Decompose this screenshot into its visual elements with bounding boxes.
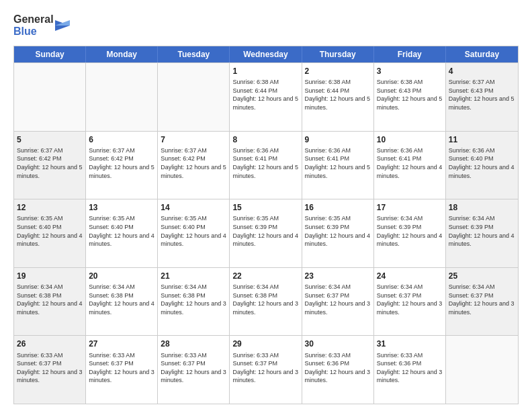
day-number: 25 [449, 271, 515, 281]
logo-text-group: General Blue [13, 13, 54, 37]
day-info: Sunrise: 6:34 AM Sunset: 6:38 PM Dayligh… [232, 283, 298, 316]
day-info: Sunrise: 6:33 AM Sunset: 6:37 PM Dayligh… [17, 351, 83, 385]
calendar-week-3: 12Sunrise: 6:35 AM Sunset: 6:40 PM Dayli… [14, 199, 518, 267]
calendar: SundayMondayTuesdayWednesdayThursdayFrid… [13, 46, 519, 404]
day-number: 15 [232, 202, 298, 213]
day-number: 20 [89, 271, 154, 281]
day-info: Sunrise: 6:38 AM Sunset: 6:44 PM Dayligh… [305, 78, 371, 111]
day-info: Sunrise: 6:35 AM Sunset: 6:39 PM Dayligh… [232, 214, 298, 248]
calendar-cell-day-7: 7Sunrise: 6:37 AM Sunset: 6:42 PM Daylig… [158, 132, 230, 199]
logo-arrow-icon [55, 13, 70, 38]
day-info: Sunrise: 6:37 AM Sunset: 6:42 PM Dayligh… [17, 146, 83, 180]
day-number: 29 [232, 338, 298, 349]
day-info: Sunrise: 6:36 AM Sunset: 6:40 PM Dayligh… [449, 146, 515, 180]
day-number: 24 [377, 271, 443, 281]
day-number: 31 [377, 338, 443, 349]
day-info: Sunrise: 6:33 AM Sunset: 6:37 PM Dayligh… [161, 351, 226, 385]
day-info: Sunrise: 6:38 AM Sunset: 6:43 PM Dayligh… [377, 78, 443, 111]
calendar-body: 1Sunrise: 6:38 AM Sunset: 6:44 PM Daylig… [14, 62, 518, 404]
calendar-cell-day-27: 27Sunrise: 6:33 AM Sunset: 6:37 PM Dayli… [86, 336, 158, 404]
logo-container: General Blue [13, 13, 70, 38]
day-info: Sunrise: 6:34 AM Sunset: 6:39 PM Dayligh… [377, 214, 443, 248]
day-number: 16 [305, 202, 371, 213]
calendar-cell-day-11: 11Sunrise: 6:36 AM Sunset: 6:40 PM Dayli… [446, 132, 518, 199]
logo-blue-text: Blue [13, 26, 54, 38]
logo-general-text: General [13, 13, 54, 26]
calendar-cell-day-22: 22Sunrise: 6:34 AM Sunset: 6:38 PM Dayli… [230, 268, 302, 336]
day-info: Sunrise: 6:38 AM Sunset: 6:44 PM Dayligh… [232, 78, 298, 111]
day-number: 1 [232, 66, 298, 77]
calendar-cell-empty [14, 63, 86, 131]
day-info: Sunrise: 6:36 AM Sunset: 6:41 PM Dayligh… [377, 146, 443, 180]
day-info: Sunrise: 6:37 AM Sunset: 6:42 PM Dayligh… [89, 146, 154, 180]
day-number: 27 [89, 338, 154, 349]
day-number: 2 [305, 66, 371, 77]
calendar-cell-day-23: 23Sunrise: 6:34 AM Sunset: 6:37 PM Dayli… [302, 268, 374, 336]
day-number: 8 [232, 134, 298, 145]
day-info: Sunrise: 6:34 AM Sunset: 6:38 PM Dayligh… [161, 283, 226, 316]
day-number: 14 [161, 202, 226, 213]
day-number: 7 [161, 134, 226, 145]
day-info: Sunrise: 6:34 AM Sunset: 6:37 PM Dayligh… [449, 283, 515, 316]
calendar-cell-day-28: 28Sunrise: 6:33 AM Sunset: 6:37 PM Dayli… [158, 336, 230, 404]
day-info: Sunrise: 6:36 AM Sunset: 6:41 PM Dayligh… [305, 146, 371, 180]
day-number: 11 [449, 134, 515, 145]
page: General Blue SundayMondayTuesdayWednesda… [0, 0, 532, 411]
day-number: 26 [17, 338, 83, 349]
header-day-saturday: Saturday [446, 46, 518, 62]
calendar-cell-day-13: 13Sunrise: 6:35 AM Sunset: 6:40 PM Dayli… [86, 199, 158, 267]
calendar-cell-day-21: 21Sunrise: 6:34 AM Sunset: 6:38 PM Dayli… [158, 268, 230, 336]
calendar-cell-day-15: 15Sunrise: 6:35 AM Sunset: 6:39 PM Dayli… [230, 199, 302, 267]
day-info: Sunrise: 6:34 AM Sunset: 6:38 PM Dayligh… [17, 283, 83, 316]
calendar-cell-day-17: 17Sunrise: 6:34 AM Sunset: 6:39 PM Dayli… [374, 199, 446, 267]
calendar-cell-empty [158, 63, 230, 131]
day-number: 22 [232, 271, 298, 281]
day-number: 12 [17, 202, 83, 213]
calendar-cell-day-18: 18Sunrise: 6:34 AM Sunset: 6:39 PM Dayli… [446, 199, 518, 267]
calendar-week-5: 26Sunrise: 6:33 AM Sunset: 6:37 PM Dayli… [14, 335, 518, 404]
day-number: 21 [161, 271, 226, 281]
header-day-monday: Monday [86, 46, 158, 62]
day-info: Sunrise: 6:34 AM Sunset: 6:37 PM Dayligh… [377, 283, 443, 316]
day-number: 4 [449, 66, 515, 77]
calendar-cell-day-16: 16Sunrise: 6:35 AM Sunset: 6:39 PM Dayli… [302, 199, 374, 267]
calendar-cell-day-26: 26Sunrise: 6:33 AM Sunset: 6:37 PM Dayli… [14, 336, 86, 404]
calendar-cell-day-2: 2Sunrise: 6:38 AM Sunset: 6:44 PM Daylig… [302, 63, 374, 131]
calendar-week-2: 5Sunrise: 6:37 AM Sunset: 6:42 PM Daylig… [14, 131, 518, 199]
calendar-cell-day-25: 25Sunrise: 6:34 AM Sunset: 6:37 PM Dayli… [446, 268, 518, 336]
calendar-cell-day-20: 20Sunrise: 6:34 AM Sunset: 6:38 PM Dayli… [86, 268, 158, 336]
calendar-cell-day-24: 24Sunrise: 6:34 AM Sunset: 6:37 PM Dayli… [374, 268, 446, 336]
logo: General Blue [13, 13, 70, 38]
calendar-cell-day-3: 3Sunrise: 6:38 AM Sunset: 6:43 PM Daylig… [374, 63, 446, 131]
calendar-week-4: 19Sunrise: 6:34 AM Sunset: 6:38 PM Dayli… [14, 267, 518, 336]
calendar-cell-day-10: 10Sunrise: 6:36 AM Sunset: 6:41 PM Dayli… [374, 132, 446, 199]
header-day-sunday: Sunday [14, 46, 86, 62]
day-number: 5 [17, 134, 83, 145]
calendar-cell-day-30: 30Sunrise: 6:33 AM Sunset: 6:36 PM Dayli… [302, 336, 374, 404]
header-day-tuesday: Tuesday [158, 46, 230, 62]
calendar-header: SundayMondayTuesdayWednesdayThursdayFrid… [14, 46, 518, 62]
day-info: Sunrise: 6:37 AM Sunset: 6:43 PM Dayligh… [449, 78, 515, 111]
day-info: Sunrise: 6:36 AM Sunset: 6:41 PM Dayligh… [232, 146, 298, 180]
day-number: 6 [89, 134, 154, 145]
day-number: 9 [305, 134, 371, 145]
calendar-cell-empty [86, 63, 158, 131]
calendar-week-1: 1Sunrise: 6:38 AM Sunset: 6:44 PM Daylig… [14, 62, 518, 131]
calendar-cell-day-29: 29Sunrise: 6:33 AM Sunset: 6:37 PM Dayli… [230, 336, 302, 404]
day-info: Sunrise: 6:37 AM Sunset: 6:42 PM Dayligh… [161, 146, 226, 180]
calendar-cell-day-31: 31Sunrise: 6:33 AM Sunset: 6:36 PM Dayli… [374, 336, 446, 404]
day-info: Sunrise: 6:34 AM Sunset: 6:37 PM Dayligh… [305, 283, 371, 316]
day-info: Sunrise: 6:34 AM Sunset: 6:38 PM Dayligh… [89, 283, 154, 316]
day-info: Sunrise: 6:33 AM Sunset: 6:36 PM Dayligh… [377, 351, 443, 385]
day-info: Sunrise: 6:34 AM Sunset: 6:39 PM Dayligh… [449, 214, 515, 248]
calendar-cell-empty [446, 336, 518, 404]
calendar-cell-day-6: 6Sunrise: 6:37 AM Sunset: 6:42 PM Daylig… [86, 132, 158, 199]
day-number: 10 [377, 134, 443, 145]
day-info: Sunrise: 6:35 AM Sunset: 6:40 PM Dayligh… [89, 214, 154, 248]
calendar-cell-day-1: 1Sunrise: 6:38 AM Sunset: 6:44 PM Daylig… [230, 63, 302, 131]
day-number: 17 [377, 202, 443, 213]
header-day-wednesday: Wednesday [230, 46, 302, 62]
calendar-cell-day-4: 4Sunrise: 6:37 AM Sunset: 6:43 PM Daylig… [446, 63, 518, 131]
day-number: 3 [377, 66, 443, 77]
day-number: 13 [89, 202, 154, 213]
